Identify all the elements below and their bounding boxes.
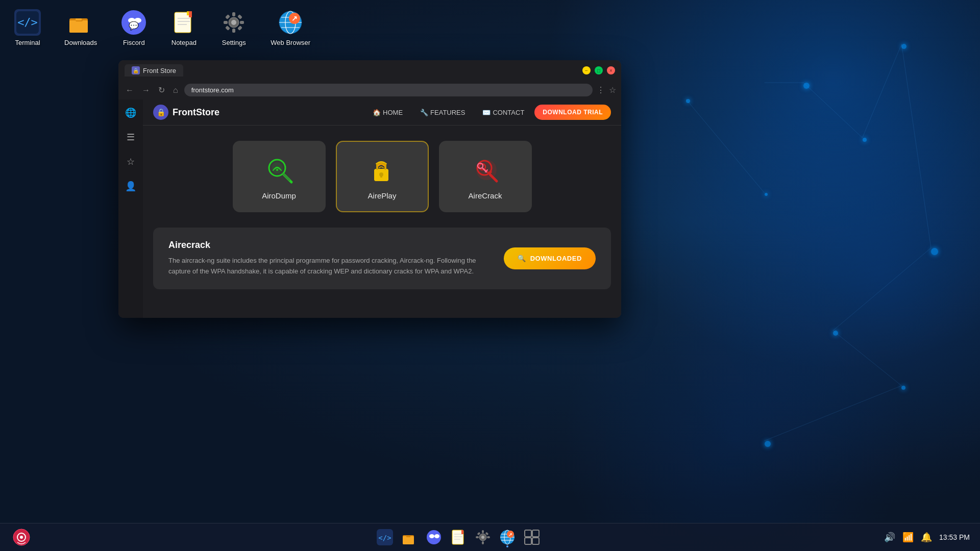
svg-rect-97 [525,530,531,537]
site-navigation: 🔒 FrontStore 🏠 HOME 🔧 FEATURES [143,99,621,126]
svg-point-29 [231,20,236,25]
svg-text:</>: </> [17,16,38,29]
site-nav-links: 🏠 HOME 🔧 FEATURES ✉️ CONTACT DOWNLOAD TR… [365,105,611,120]
taskbar-downloads[interactable] [398,526,421,548]
close-button[interactable]: × [607,66,615,74]
desktop-icon-notepad[interactable]: Notepad [166,5,201,51]
url-input[interactable] [184,84,593,96]
frontstore-website: 🔒 FrontStore 🏠 HOME 🔧 FEATURES [143,99,621,289]
taskbar-podcast-icon[interactable] [10,526,33,548]
notepad-icon [170,9,197,36]
app-card-airecrack[interactable]: AireCrack [439,141,532,212]
svg-rect-84 [482,530,484,533]
svg-rect-35 [237,14,242,19]
taskbar-notepad[interactable] [447,526,470,548]
app-info-description: The aircrack-ng suite includes the princ… [168,256,488,277]
notifications-icon[interactable]: 🔔 [921,532,932,543]
taskbar-left [10,526,33,548]
svg-line-5 [765,386,902,441]
desktop-icon-webbrowser[interactable]: ↗ Web Browser [266,5,314,51]
taskbar-right: 🔊 📶 🔔 13:53 PM [884,532,970,543]
app-info-panel: Airecrack The aircrack-ng suite includes… [153,228,611,289]
download-trial-button[interactable]: DOWNLOAD TRIAL [534,105,611,120]
app-info-text: Airecrack The aircrack-ng suite includes… [168,240,488,277]
svg-point-83 [481,536,484,539]
taskbar-apps: </> [43,526,874,548]
svg-rect-72 [406,535,410,537]
svg-rect-34 [225,14,230,19]
webbrowser-icon: ↗ [277,9,304,36]
svg-text:💬: 💬 [129,21,139,31]
sidebar-star-icon[interactable]: ☆ [122,154,139,170]
desktop-icon-downloads[interactable]: Downloads [60,5,101,51]
svg-rect-30 [232,12,235,16]
sidebar-globe-icon[interactable]: 🌐 [122,105,139,121]
app-card-airodump[interactable]: AiroDump [233,141,326,212]
svg-point-74 [429,534,434,538]
svg-rect-98 [532,530,539,537]
back-button[interactable]: ← [124,85,136,96]
terminal-label: Terminal [15,39,40,46]
svg-rect-86 [476,536,479,538]
site-logo: 🔒 FrontStore [153,105,219,120]
address-bar-icons: ⋮ ☆ [597,85,616,95]
svg-text:↗: ↗ [508,532,512,537]
nav-contact[interactable]: ✉️ CONTACT [475,106,531,119]
sidebar-menu-icon[interactable]: ☰ [122,129,139,145]
svg-line-7 [686,99,765,193]
logo-icon: 🔒 [153,105,168,120]
window-controls: − □ × [582,66,615,74]
features-nav-icon: 🔧 [420,109,428,116]
svg-rect-14 [76,18,82,20]
address-bar: ← → ↻ ⌂ ⋮ ☆ [118,81,621,99]
browser-content-area: 🔒 FrontStore 🏠 HOME 🔧 FEATURES [143,99,621,318]
downloaded-label: DOWNLOADED [530,255,582,262]
airodump-card-icon [263,154,296,186]
contact-nav-icon: ✉️ [482,109,491,116]
svg-rect-12 [69,20,88,33]
taskbar: </> [0,523,980,551]
refresh-button[interactable]: ↻ [156,84,167,96]
desktop-icons-bar: </> Terminal Downloads 💬 Fiscord [0,0,980,56]
taskbar-fiscord[interactable] [423,526,445,548]
taskbar-settings[interactable] [472,526,494,548]
signal-icon[interactable]: 📶 [902,532,914,543]
fiscord-icon: 💬 [120,9,147,36]
airecrack-card-icon [469,154,502,186]
taskbar-webbrowser[interactable]: ↗ [496,526,519,548]
browser-window: 🔒 Front Store − □ × ← → ↻ ⌂ ⋮ ☆ 🌐 ☰ ☆ 👤 [118,60,621,318]
nav-features[interactable]: 🔧 FEATURES [413,106,472,119]
svg-rect-36 [225,26,230,31]
svg-line-50 [283,174,289,180]
svg-text:↗: ↗ [291,14,298,22]
home-button[interactable]: ⌂ [171,85,180,96]
app-card-aireplay[interactable]: AirePlay [336,141,429,212]
svg-point-48 [276,169,278,171]
browser-title-bar: 🔒 Front Store − □ × [118,60,621,81]
forward-button[interactable]: → [140,85,152,96]
more-icon[interactable]: ⋮ [597,85,605,95]
settings-icon [220,9,247,36]
nav-home[interactable]: 🏠 HOME [365,106,410,119]
app-info-name: Airecrack [168,240,488,251]
active-tab[interactable]: 🔒 Front Store [125,64,183,77]
downloads-icon [67,9,94,36]
bookmark-icon[interactable]: ☆ [609,85,616,95]
svg-rect-71 [403,536,414,544]
sidebar-profile-icon[interactable]: 👤 [122,178,139,194]
downloaded-button[interactable]: 🔍 DOWNLOADED [504,247,596,269]
desktop-icon-fiscord[interactable]: 💬 Fiscord [116,5,151,51]
minimize-button[interactable]: − [582,66,591,74]
desktop-icon-terminal[interactable]: </> Terminal [10,5,45,51]
app-cards-section: AiroDump [143,126,621,222]
volume-icon[interactable]: 🔊 [884,532,895,543]
downloaded-icon: 🔍 [518,255,526,262]
maximize-button[interactable]: □ [595,66,603,74]
svg-line-3 [833,248,931,331]
taskbar-windowmanager[interactable] [521,526,543,548]
home-nav-icon: 🏠 [373,109,381,116]
svg-line-0 [803,83,862,138]
downloads-label: Downloads [64,39,97,46]
taskbar-terminal[interactable]: </> [374,526,396,548]
desktop-icon-settings[interactable]: Settings [216,5,251,51]
